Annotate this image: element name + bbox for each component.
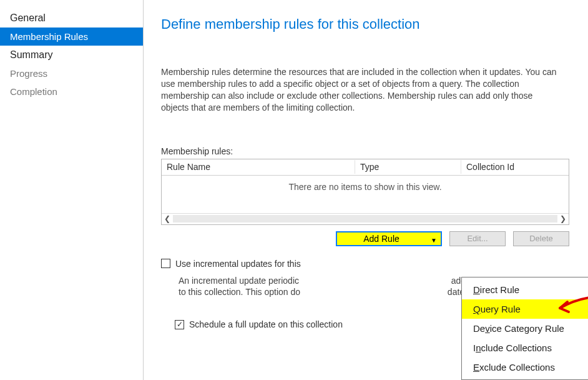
horizontal-scrollbar[interactable]: ❮ ❯ xyxy=(162,213,569,224)
add-rule-dropdown: Direct Rule Query Rule Device Category R… xyxy=(461,277,588,380)
rules-header: Rule Name Type Collection Id xyxy=(162,159,569,176)
incremental-desc-part1: An incremental update periodic xyxy=(179,276,299,286)
incremental-updates-label: Use incremental updates for this xyxy=(175,259,301,269)
wizard-sidebar: General Membership Rules Summary Progres… xyxy=(0,0,144,380)
sidebar-item-general[interactable]: General xyxy=(0,9,143,28)
scroll-track[interactable] xyxy=(173,215,557,222)
menu-item-device-category-rule[interactable]: Device Category Rule xyxy=(462,319,588,338)
edit-button[interactable]: Edit... xyxy=(449,231,506,246)
incremental-updates-row: Use incremental updates for this xyxy=(161,259,571,269)
sidebar-item-progress[interactable]: Progress xyxy=(0,64,143,82)
menu-item-query-rule[interactable]: Query Rule xyxy=(462,299,588,319)
rule-button-row: Add Rule ▼ Edit... Delete xyxy=(161,231,569,246)
column-collection-id[interactable]: Collection Id xyxy=(461,160,569,174)
incremental-desc-part3: to this collection. This option do xyxy=(179,287,300,297)
delete-button[interactable]: Delete xyxy=(513,231,569,246)
schedule-label: Schedule a full update on this collectio… xyxy=(189,319,343,329)
column-type[interactable]: Type xyxy=(355,160,461,174)
sidebar-item-membership-rules[interactable]: Membership Rules xyxy=(0,28,143,46)
column-rule-name[interactable]: Rule Name xyxy=(162,160,355,174)
sidebar-item-summary[interactable]: Summary xyxy=(0,46,143,64)
add-rule-label: Add Rule xyxy=(363,234,399,244)
add-rule-button[interactable]: Add Rule ▼ xyxy=(336,231,442,246)
rules-table: Rule Name Type Collection Id There are n… xyxy=(161,159,569,225)
menu-item-exclude-collections[interactable]: Exclude Collections xyxy=(462,358,588,377)
menu-item-direct-rule[interactable]: Direct Rule xyxy=(462,280,588,299)
scroll-right-icon[interactable]: ❯ xyxy=(557,214,569,223)
menu-item-include-collections[interactable]: Include Collections xyxy=(462,338,588,358)
incremental-updates-checkbox[interactable] xyxy=(161,259,170,268)
page-title: Define membership rules for this collect… xyxy=(161,16,571,32)
sidebar-item-completion[interactable]: Completion xyxy=(0,82,143,101)
schedule-checkbox[interactable]: ✓ xyxy=(175,320,184,329)
rules-empty-message: There are no items to show in this view. xyxy=(162,176,569,192)
rules-label: Membership rules: xyxy=(161,146,571,156)
scroll-left-icon[interactable]: ❮ xyxy=(162,214,173,223)
main-panel: Define membership rules for this collect… xyxy=(144,0,588,380)
intro-text: Membership rules determine the resources… xyxy=(161,66,561,114)
caret-down-icon: ▼ xyxy=(431,234,437,247)
